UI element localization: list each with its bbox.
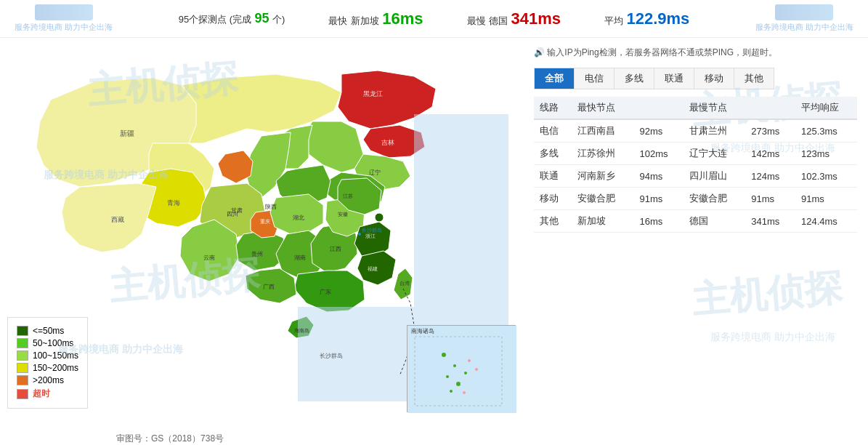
jiangxi-label: 江西 [330, 246, 341, 252]
legend-item-1: <=50ms [17, 326, 78, 336]
tab-bar: 全部 电信 多线 联通 移动 其他 [534, 68, 774, 89]
cell-line-1: 多线 [534, 143, 572, 165]
legend-label-3: 100~150ms [33, 350, 78, 361]
legend-color-2 [17, 338, 28, 348]
cell-fast-node-1: 江苏徐州 [572, 143, 633, 165]
cell-slow-ms-4: 341ms [745, 210, 795, 233]
col-slow-ms [745, 97, 795, 119]
legend-color-6 [17, 389, 28, 399]
fastest-stat: 最快 新加坡 16ms [328, 9, 423, 28]
probe-count-unit: 个) [272, 14, 285, 25]
cell-line-0: 电信 [534, 119, 572, 143]
cell-fast-ms-1: 102ms [633, 143, 684, 165]
service-tagline-left: 服务跨境电商 助力中企出海 [15, 22, 113, 33]
guangxi-label: 广西 [263, 284, 275, 290]
legend-color-5 [17, 375, 28, 385]
right-panel-inner: 主机侦探 服务跨境电商 助力中企出海 主机侦探 服务跨境电商 助力中企出海 🔊 … [534, 44, 857, 233]
jiangsu-label: 江苏 [343, 193, 353, 199]
tibet-province [62, 183, 156, 252]
island-dot-9 [463, 391, 466, 394]
cell-slow-ms-3: 91ms [745, 188, 795, 210]
ip-notice-text: 输入IP为Ping检测，若服务器网络不通或禁PING，则超时。 [547, 47, 777, 57]
cell-slow-node-3: 安徽合肥 [684, 188, 745, 210]
legend-label-5: >200ms [33, 375, 64, 385]
cell-fast-ms-0: 92ms [633, 119, 684, 143]
tab-mobile[interactable]: 移动 [694, 68, 734, 89]
tibet-label: 西藏 [111, 216, 124, 223]
tab-telecom[interactable]: 电信 [575, 68, 615, 89]
island-dot-3 [464, 372, 467, 374]
nanchang-dot [358, 233, 361, 236]
cell-fast-ms-2: 94ms [633, 165, 684, 188]
tab-multiline[interactable]: 多线 [615, 68, 654, 89]
logo-image-right [775, 4, 833, 20]
nanchang-label: 长沙群岛 [362, 228, 382, 233]
cell-slow-node-1: 辽宁大连 [684, 143, 745, 165]
legend-label-2: 50~100ms [33, 338, 73, 348]
slowest-stat: 最慢 德国 341ms [467, 9, 561, 28]
legend-item-4: 150~200ms [17, 363, 78, 373]
tab-other[interactable]: 其他 [734, 68, 774, 89]
map-section: 主机侦探 服务跨境电商 助力中企出海 主机侦探 服务跨境电商 助力中企出海 [0, 38, 523, 445]
ip-notice: 🔊 输入IP为Ping检测，若服务器网络不通或禁PING，则超时。 [534, 44, 857, 62]
heilongjiang-label: 黑龙江 [363, 90, 383, 97]
legend-item-2: 50~100ms [17, 338, 78, 348]
shanghai-province [375, 213, 384, 222]
tab-all[interactable]: 全部 [535, 68, 575, 89]
cell-slow-node-4: 德国 [684, 210, 745, 233]
probe-count-label: 95个探测点 (完成 [179, 14, 251, 25]
probe-count-value: 95 [255, 11, 269, 25]
map-legend: <=50ms 50~100ms 100~150ms 150~200ms >200… [7, 317, 88, 409]
avg-value: 122.9ms [626, 9, 689, 28]
hainan-label: 海南岛 [294, 328, 309, 333]
island-dot-8 [475, 368, 478, 371]
island-dot-6 [450, 390, 453, 393]
probe-count-stat: 95个探测点 (完成 95 个) [179, 11, 285, 26]
service-tagline-right: 服务跨境电商 助力中企出海 [755, 22, 853, 33]
sea-bg [407, 326, 516, 413]
table-row: 其他 新加坡 16ms 德国 341ms 124.4ms [534, 210, 857, 233]
logo-area: 服务跨境电商 助力中企出海 [15, 4, 113, 33]
fastest-label: 最快 [328, 15, 347, 26]
island-dot-1 [442, 353, 446, 357]
xinjiang-label: 新疆 [120, 129, 134, 137]
island-dot-7 [468, 359, 471, 362]
liaoning-label: 辽宁 [369, 169, 381, 176]
legend-label-6: 超时 [33, 388, 50, 400]
fastest-value: 16ms [382, 9, 423, 28]
jilin-label: 吉林 [381, 139, 394, 146]
col-slow-node: 最慢节点 [684, 97, 745, 119]
fastest-location: 新加坡 [351, 15, 379, 26]
slowest-location: 德国 [489, 15, 508, 26]
guizhou-label: 贵州 [251, 251, 263, 257]
stats-table: 线路 最快节点 最慢节点 平均响应 电信 江西南昌 92ms 甘肃兰州 273m… [534, 97, 857, 233]
legend-color-1 [17, 326, 28, 336]
tab-unicom[interactable]: 联通 [654, 68, 694, 89]
logo-area-right: 服务跨境电商 助力中企出海 [755, 4, 853, 33]
hubei-label: 湖北 [293, 215, 304, 221]
south-sea-svg: 南海诸岛 [407, 326, 516, 413]
legend-item-5: >200ms [17, 375, 78, 385]
cell-fast-node-3: 安徽合肥 [572, 188, 633, 210]
header-bar: 服务跨境电商 助力中企出海 95个探测点 (完成 95 个) 最快 新加坡 16… [0, 0, 868, 38]
zhejiang-label: 浙江 [365, 233, 376, 238]
cell-avg-4: 124.4ms [795, 210, 857, 233]
table-row: 移动 安徽合肥 91ms 安徽合肥 91ms 91ms [534, 188, 857, 210]
main-content: 主机侦探 服务跨境电商 助力中企出海 主机侦探 服务跨境电商 助力中企出海 [0, 38, 868, 445]
cell-fast-node-4: 新加坡 [572, 210, 633, 233]
legend-color-4 [17, 363, 28, 373]
slowest-value: 341ms [511, 9, 561, 28]
chongqing-label: 重庆 [260, 219, 270, 224]
cell-fast-ms-3: 91ms [633, 188, 684, 210]
hebei-province [305, 121, 363, 172]
cell-line-3: 移动 [534, 188, 572, 210]
header-stats: 95个探测点 (完成 95 个) 最快 新加坡 16ms 最慢 德国 341ms… [113, 9, 755, 28]
legend-color-3 [17, 350, 28, 361]
island-dot-4 [446, 375, 449, 378]
col-fast-ms [633, 97, 684, 119]
cell-avg-2: 102.3ms [795, 165, 857, 188]
shaanxi-label: 陕西 [265, 204, 277, 210]
cell-avg-1: 123ms [795, 143, 857, 165]
table-row: 电信 江西南昌 92ms 甘肃兰州 273ms 125.3ms [534, 119, 857, 143]
col-fast-node: 最快节点 [572, 97, 633, 119]
